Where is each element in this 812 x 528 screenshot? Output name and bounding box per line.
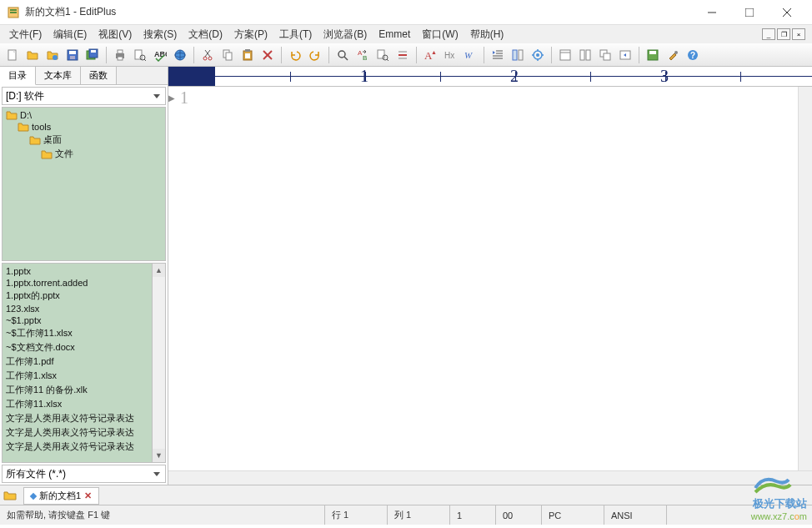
save-icon[interactable] <box>63 46 82 64</box>
menu-file[interactable]: 文件(F) <box>3 26 48 43</box>
file-item[interactable]: ~$工作簿11.xlsx <box>4 326 150 340</box>
goto-line-icon[interactable] <box>393 46 412 64</box>
file-filter[interactable]: 所有文件 (*.*) <box>2 465 166 483</box>
file-item[interactable]: 工作簿1.pdf <box>4 355 150 369</box>
print-icon[interactable] <box>111 46 129 64</box>
menu-view[interactable]: 视图(V) <box>93 26 138 43</box>
ruler-number: 3 <box>660 67 669 86</box>
folder-icon <box>41 149 53 159</box>
cut-icon[interactable] <box>198 46 217 64</box>
print-preview-icon[interactable] <box>131 46 149 64</box>
text-content[interactable] <box>192 87 798 470</box>
column-select-icon[interactable] <box>509 46 527 64</box>
file-item[interactable]: 1.pptx <box>4 265 150 277</box>
window-prev-icon[interactable] <box>616 46 634 64</box>
ruler-cursor-block <box>168 67 215 87</box>
new-file-icon[interactable] <box>3 46 22 64</box>
ruler-number: 1 <box>360 67 368 86</box>
directory-tree[interactable]: D:\tools桌面文件 <box>2 107 166 261</box>
minimize-button[interactable] <box>693 0 730 25</box>
statusbar: 如需帮助, 请按键盘 F1 键 行 1 列 1 1 00 PC ANSI <box>0 505 812 525</box>
menu-tools[interactable]: 工具(T) <box>273 26 318 43</box>
sidebar-tab-directory[interactable]: 目录 <box>0 67 36 85</box>
file-item[interactable]: 工作簿11 的备份.xlk <box>4 383 150 397</box>
svg-text:?: ? <box>690 51 695 60</box>
sidebar-tab-cliptext[interactable]: 文本库 <box>36 67 81 84</box>
svg-rect-54 <box>513 50 517 60</box>
hex-icon[interactable]: Hx <box>441 46 459 64</box>
window-cascade-icon[interactable] <box>596 46 614 64</box>
find-in-files-icon[interactable] <box>373 46 392 64</box>
line-gutter: ▶ 1 <box>168 87 192 470</box>
file-item[interactable]: ~$1.pptx <box>4 314 150 326</box>
help-icon[interactable]: ? <box>684 46 702 64</box>
file-item[interactable]: 工作簿1.xlsx <box>4 369 150 383</box>
menu-browser[interactable]: 浏览器(B) <box>318 26 373 43</box>
menu-help[interactable]: 帮助(H) <box>464 26 510 43</box>
svg-text:ABC: ABC <box>154 50 167 58</box>
file-item[interactable]: 文字是人类用表义符号记录表达 <box>4 440 150 454</box>
toolbar: ABC AB A▲ Hx W ? <box>0 43 812 67</box>
file-item[interactable]: 文字是人类用表义符号记录表达 <box>4 425 150 440</box>
mdi-close[interactable]: × <box>792 28 805 40</box>
open-remote-icon[interactable] <box>43 46 62 64</box>
find-icon[interactable] <box>333 46 352 64</box>
menu-emmet[interactable]: Emmet <box>373 27 416 42</box>
svg-rect-65 <box>586 50 590 60</box>
file-list-scrollbar[interactable]: ▲ ▼ <box>153 263 166 463</box>
settings-icon[interactable] <box>529 46 547 64</box>
svg-line-42 <box>387 59 388 61</box>
menu-edit[interactable]: 编辑(E) <box>48 26 93 43</box>
undo-icon[interactable] <box>286 46 304 64</box>
status-mode: PC <box>542 505 604 525</box>
file-item[interactable]: 1.pptx.torrent.added <box>4 277 150 289</box>
mdi-minimize[interactable]: _ <box>762 28 775 40</box>
svg-point-57 <box>536 53 539 57</box>
window-list-icon[interactable] <box>556 46 574 64</box>
svg-line-20 <box>144 59 146 61</box>
file-item[interactable]: 文字是人类用表义符号记录表达 <box>4 411 150 425</box>
copy-icon[interactable] <box>218 46 237 64</box>
indent-icon[interactable] <box>489 46 507 64</box>
redo-icon[interactable] <box>306 46 324 64</box>
scroll-down-icon[interactable]: ▼ <box>153 449 165 462</box>
sidebar: 目录 文本库 函数 [D:] 软件 D:\tools桌面文件 1.pptx1.p… <box>0 67 168 485</box>
menu-project[interactable]: 方案(P) <box>228 26 273 43</box>
maximize-button[interactable] <box>730 0 768 25</box>
scroll-up-icon[interactable]: ▲ <box>153 264 165 277</box>
doctab-folder-icon[interactable] <box>3 490 17 501</box>
tree-node[interactable]: 文件 <box>4 147 163 161</box>
save-project-icon[interactable] <box>644 46 662 64</box>
open-file-icon[interactable] <box>23 46 42 64</box>
menu-window[interactable]: 窗口(W) <box>416 26 464 43</box>
text-editor[interactable]: ▶ 1 <box>168 87 798 470</box>
file-item[interactable]: 1.pptx的.pptx <box>4 289 150 303</box>
delete-icon[interactable] <box>258 46 277 64</box>
sidebar-tab-functions[interactable]: 函数 <box>81 67 117 84</box>
tree-node[interactable]: D:\ <box>4 109 163 121</box>
tree-node[interactable]: tools <box>4 121 163 133</box>
replace-icon[interactable]: AB <box>353 46 372 64</box>
paste-icon[interactable] <box>238 46 257 64</box>
editor-vscroll[interactable] <box>798 87 812 470</box>
tool-config-icon[interactable] <box>664 46 682 64</box>
file-list[interactable]: 1.pptx1.pptx.torrent.added1.pptx的.pptx12… <box>2 263 153 463</box>
spellcheck-icon[interactable]: ABC <box>151 46 169 64</box>
file-item[interactable]: ~$文档文件.docx <box>4 340 150 355</box>
tree-node[interactable]: 桌面 <box>4 133 163 147</box>
preview-browser-icon[interactable] <box>171 46 189 64</box>
menu-document[interactable]: 文档(D) <box>183 26 228 43</box>
editor-hscroll[interactable] <box>168 470 812 485</box>
mdi-restore[interactable]: ❐ <box>777 28 790 40</box>
close-button[interactable] <box>768 0 805 25</box>
file-item[interactable]: 123.xlsx <box>4 303 150 314</box>
doctab-close-icon[interactable]: ✕ <box>84 490 92 501</box>
window-tile-icon[interactable] <box>576 46 594 64</box>
file-item[interactable]: 工作簿11.xlsx <box>4 397 150 411</box>
drive-select[interactable]: [D:] 软件 <box>2 87 166 105</box>
document-tab[interactable]: 新的文档1 ✕ <box>23 487 99 505</box>
menu-search[interactable]: 搜索(S) <box>138 26 183 43</box>
font-increase-icon[interactable]: A▲ <box>421 46 439 64</box>
save-all-icon[interactable] <box>83 46 102 64</box>
wordwrap-icon[interactable]: W <box>461 46 479 64</box>
